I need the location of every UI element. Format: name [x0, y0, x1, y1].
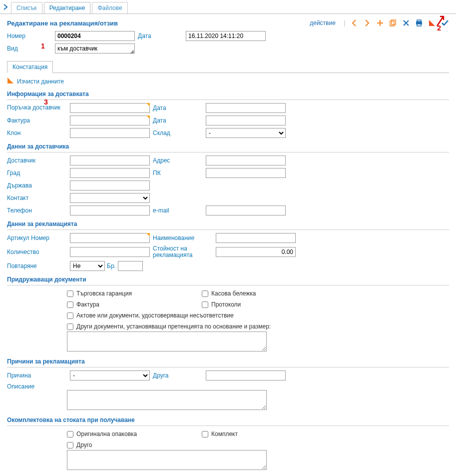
- svg-rect-0: [390, 21, 394, 26]
- chk-acts[interactable]: [67, 312, 73, 319]
- tab-edit[interactable]: Редактиране: [44, 2, 91, 14]
- tab-files[interactable]: Файлове: [92, 2, 127, 14]
- chk-set-label: Комплект: [211, 430, 238, 438]
- country-input[interactable]: [70, 180, 150, 190]
- toolbar: действие |: [310, 19, 449, 27]
- zip-input[interactable]: [206, 168, 286, 178]
- reason-label: Причина: [7, 372, 67, 379]
- clear-icon[interactable]: [7, 77, 14, 86]
- chk-receipt[interactable]: [202, 290, 208, 297]
- article-name-label: Наименование: [153, 234, 213, 242]
- chk-set[interactable]: [202, 431, 208, 438]
- annotation-3: 3: [44, 98, 48, 106]
- contact-select[interactable]: [70, 193, 150, 203]
- invoice-date-input[interactable]: [206, 116, 286, 126]
- annotation-1: 1: [41, 42, 45, 50]
- phone-label: Телефон: [7, 207, 67, 214]
- invoice-date-label: Дата: [153, 117, 203, 124]
- chk-packaging-other[interactable]: [67, 442, 73, 448]
- repeat-select[interactable]: Не: [70, 261, 105, 271]
- print-icon[interactable]: [415, 19, 423, 27]
- chk-other-docs-label: Други документи, установяващи претенцият…: [76, 323, 271, 330]
- invoice-input[interactable]: [70, 116, 150, 126]
- type-label: Вид: [7, 45, 52, 52]
- invoice-label: Фактура: [7, 117, 67, 124]
- date-input: [186, 31, 266, 41]
- contact-label: Контакт: [7, 194, 67, 202]
- order-date-input[interactable]: [206, 103, 286, 113]
- supplier-order-label: Поръчка доставчик: [7, 104, 67, 111]
- action-menu[interactable]: действие: [310, 20, 339, 26]
- chk-receipt-label: Касова бележка: [211, 290, 256, 297]
- reason-desc-textarea[interactable]: [67, 390, 267, 410]
- svg-rect-3: [417, 20, 421, 22]
- warehouse-label: Склад: [153, 130, 203, 136]
- reason-select[interactable]: -: [70, 370, 150, 380]
- prev-icon[interactable]: [350, 19, 358, 27]
- email-input[interactable]: [206, 206, 286, 216]
- repeat-label: Повтаряне: [7, 262, 67, 270]
- branch-label: Клон: [7, 130, 67, 136]
- tab-list[interactable]: Списък: [11, 2, 42, 14]
- city-label: Град: [7, 170, 67, 176]
- reason-desc-label: Описание: [7, 383, 67, 390]
- section-supplier: Данни за доставчика: [7, 143, 449, 150]
- next-icon[interactable]: [363, 19, 371, 27]
- chevron-right-icon[interactable]: [3, 4, 8, 12]
- subtab-ascertainment[interactable]: Констатация: [7, 61, 53, 73]
- chk-orig-packaging-label: Оригинална опаковка: [76, 430, 137, 438]
- packaging-other-textarea[interactable]: [67, 450, 267, 470]
- section-reasons: Причини за рекламацията: [7, 358, 449, 365]
- chk-orig-packaging[interactable]: [67, 431, 73, 438]
- copy-icon[interactable]: [389, 19, 397, 27]
- address-label: Адрес: [153, 157, 203, 164]
- other-docs-textarea[interactable]: [67, 332, 267, 352]
- chk-protocols-label: Протоколи: [211, 301, 241, 308]
- supplier-label: Доставчик: [7, 157, 67, 164]
- annotation-arrow-icon: [435, 15, 445, 27]
- claim-value-label: Стойност на рекламацията: [153, 246, 213, 258]
- zip-label: ПК: [153, 170, 203, 176]
- claim-value-input[interactable]: [216, 247, 296, 257]
- number-label: Номер: [7, 32, 52, 40]
- address-input[interactable]: [206, 156, 286, 166]
- svg-rect-1: [392, 20, 396, 25]
- article-input[interactable]: [70, 233, 150, 243]
- city-input[interactable]: [70, 168, 150, 178]
- phone-input[interactable]: [70, 206, 150, 216]
- country-label: Държава: [7, 182, 67, 189]
- chk-invoice-label: Фактура: [76, 301, 99, 308]
- reason-other-input[interactable]: [206, 370, 286, 380]
- chk-acts-label: Актове или документи, удостоверяващи нес…: [76, 312, 234, 319]
- separator: |: [344, 20, 345, 26]
- chk-warranty[interactable]: [67, 290, 73, 297]
- chk-invoice[interactable]: [67, 302, 73, 308]
- warehouse-select[interactable]: -: [206, 128, 286, 138]
- repeat-count-label: Бр.: [107, 262, 116, 270]
- section-delivery-info: Информация за доставката: [7, 90, 449, 98]
- chk-other-docs[interactable]: [67, 324, 73, 330]
- reason-other-label: Друга: [153, 372, 203, 379]
- delete-icon[interactable]: [402, 19, 410, 27]
- branch-input[interactable]: [70, 128, 150, 138]
- svg-rect-4: [417, 24, 421, 26]
- chk-packaging-other-label: Друго: [76, 442, 92, 448]
- chk-protocols[interactable]: [202, 302, 208, 308]
- add-icon[interactable]: [376, 19, 384, 27]
- section-packaging: Окомплектовка на стоката при получаване: [7, 416, 449, 424]
- article-label: Артикул Номер: [7, 234, 67, 242]
- clear-data-link[interactable]: Изчисти данните: [17, 78, 64, 85]
- number-input[interactable]: [55, 31, 135, 41]
- repeat-count-input[interactable]: [118, 261, 143, 271]
- section-claim: Данни за рекламацията: [7, 220, 449, 228]
- chk-warranty-label: Търговска гаранция: [76, 290, 132, 297]
- article-name-input[interactable]: [216, 233, 296, 243]
- email-label: e-mail: [153, 207, 203, 214]
- order-date-label: Дата: [153, 104, 203, 112]
- page-title: Редактиране на рекламация/отзив: [7, 20, 118, 27]
- supplier-order-input[interactable]: [70, 103, 150, 113]
- supplier-input[interactable]: [70, 156, 150, 166]
- qty-input[interactable]: [70, 247, 150, 257]
- qty-label: Количество: [7, 248, 67, 256]
- type-input[interactable]: [55, 44, 135, 54]
